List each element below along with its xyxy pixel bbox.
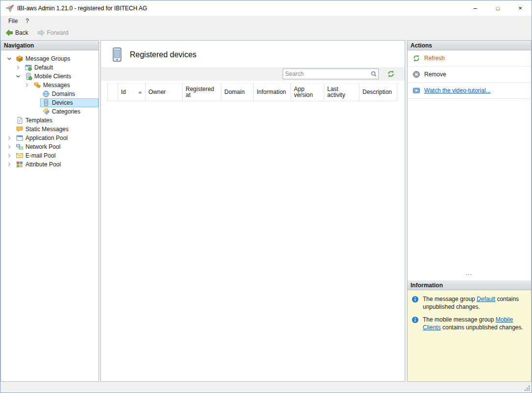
actions-panel: Actions Refresh Remove Watch the video-t… <box>407 40 532 382</box>
tree-item-label: Templates <box>25 117 52 124</box>
tree-item-domains[interactable]: Domains <box>1 90 98 98</box>
tree-item-label: Domains <box>52 91 75 97</box>
search-icon[interactable] <box>369 70 378 78</box>
tree-item-mobile-clients[interactable]: Mobile Clients <box>1 72 98 81</box>
menu-help[interactable]: ? <box>22 17 33 25</box>
actions-header: Actions <box>408 41 531 50</box>
maximize-button[interactable]: □ <box>486 0 509 16</box>
forward-button[interactable]: Forward <box>35 28 71 38</box>
main-panel: Registered devices Id Owner Registered a… <box>100 40 405 382</box>
information-header: Information <box>408 280 531 290</box>
indicator-column-header[interactable] <box>107 83 118 101</box>
chevron-collapsed-icon[interactable] <box>5 161 14 168</box>
column-label: Domain <box>224 89 244 95</box>
chevron-collapsed-icon[interactable] <box>5 134 14 142</box>
search-input[interactable] <box>283 70 369 77</box>
info-link-default[interactable]: Default <box>477 296 495 302</box>
tree-item-default[interactable]: Default <box>1 63 98 72</box>
back-label: Back <box>15 29 28 36</box>
mobile-clients-icon <box>24 72 32 80</box>
navigation-header: Navigation <box>1 41 98 50</box>
tree-item-email-pool[interactable]: E-mail Pool <box>1 151 98 160</box>
column-header-last-activity[interactable]: Last activity <box>324 83 360 101</box>
chevron-none <box>31 90 40 98</box>
refresh-icon[interactable] <box>387 70 395 78</box>
resize-grip-icon[interactable] <box>524 385 531 392</box>
domains-icon <box>42 90 50 98</box>
chevron-collapsed-icon[interactable] <box>5 143 14 151</box>
tree-item-devices[interactable]: Devices <box>1 98 98 107</box>
column-header-id[interactable]: Id <box>118 83 145 101</box>
tree-item-label: Message Groups <box>25 55 70 62</box>
back-arrow-icon <box>5 29 13 37</box>
chevron-none <box>31 99 40 107</box>
column-label: Last activity <box>327 86 356 98</box>
column-header-domain[interactable]: Domain <box>221 83 254 101</box>
main-title-row: Registered devices <box>111 47 196 62</box>
message-groups-icon <box>16 55 24 63</box>
splitter-handle[interactable]: ⋯ <box>408 272 531 279</box>
chevron-collapsed-icon[interactable] <box>5 152 14 160</box>
tree-item-categories[interactable]: Categories <box>1 107 98 116</box>
minimize-button[interactable]: – <box>464 0 486 16</box>
column-header-registered-at[interactable]: Registered at <box>183 83 221 101</box>
mobile-device-icon <box>111 47 123 62</box>
tree-item-label: Application Pool <box>25 135 68 141</box>
column-label: Registered at <box>186 86 218 98</box>
e-mail-pool-icon <box>16 152 24 160</box>
chevron-none <box>5 116 14 124</box>
table-header: Id Owner Registered at Domain Informatio… <box>107 83 397 101</box>
forward-arrow-icon <box>37 29 45 37</box>
window-title: IBI-aws Admin 1.21.0 - registered for IB… <box>17 5 147 12</box>
network-pool-icon <box>16 143 24 151</box>
tree-item-label: Static Messages <box>25 126 69 133</box>
tree-item-network-pool[interactable]: Network Pool <box>1 142 98 151</box>
column-label: Information <box>257 89 286 95</box>
action-watch-video-tutorial[interactable]: Watch the video-tutorial... <box>408 83 531 99</box>
chevron-none <box>31 108 40 116</box>
column-header-description[interactable]: Description <box>360 83 397 101</box>
sort-asc-icon <box>138 91 142 93</box>
tree-item-label: Network Pool <box>25 143 60 150</box>
chevron-collapsed-icon[interactable] <box>23 81 31 89</box>
menubar: File ? <box>0 16 532 26</box>
chevron-expanded-icon[interactable] <box>5 55 14 63</box>
info-icon <box>411 296 419 303</box>
tree-item-application-pool[interactable]: Application Pool <box>1 134 98 142</box>
tree-item-attribute-pool[interactable]: Attribute Pool <box>1 160 98 169</box>
action-label: Watch the video-tutorial... <box>424 87 491 94</box>
chevron-expanded-icon[interactable] <box>14 72 23 80</box>
information-box: The message group Default contains unpub… <box>408 290 531 381</box>
application-pool-icon <box>16 134 24 142</box>
categories-icon <box>42 108 50 116</box>
page-title: Registered devices <box>130 50 196 59</box>
statusbar <box>0 382 532 393</box>
attribute-pool-icon <box>16 161 24 168</box>
menu-file[interactable]: File <box>4 17 22 25</box>
tree-item-label: Mobile Clients <box>34 73 71 80</box>
tree-item-message-groups[interactable]: Message Groups <box>1 54 98 63</box>
info-text-prefix: The message group <box>423 296 477 302</box>
default-group-icon <box>24 64 32 71</box>
tree-item-label: E-mail Pool <box>25 152 55 159</box>
back-button[interactable]: Back <box>3 28 30 38</box>
column-label: App version <box>294 86 321 98</box>
column-header-owner[interactable]: Owner <box>145 83 183 101</box>
video-icon <box>412 87 420 94</box>
tree-item-static-messages[interactable]: Static Messages <box>1 125 98 134</box>
info-text-suffix: contains unpublished changes. <box>441 324 523 331</box>
tree-item-label: Default <box>34 64 53 71</box>
close-button[interactable]: × <box>509 0 532 16</box>
navigation-tree: Message Groups Default Mobile Clients Me… <box>1 50 98 169</box>
column-label: Owner <box>148 89 166 95</box>
column-header-app-version[interactable]: App version <box>291 83 324 101</box>
chevron-collapsed-icon[interactable] <box>14 64 23 71</box>
tree-item-templates[interactable]: Templates <box>1 116 98 125</box>
info-icon <box>411 316 419 324</box>
action-remove[interactable]: Remove <box>408 67 531 83</box>
tree-item-label: Categories <box>52 108 80 115</box>
tree-item-messages[interactable]: Messages <box>1 81 98 90</box>
info-note: The message group Default contains unpub… <box>411 295 527 311</box>
column-header-information[interactable]: Information <box>254 83 291 101</box>
action-refresh[interactable]: Refresh <box>408 50 531 67</box>
